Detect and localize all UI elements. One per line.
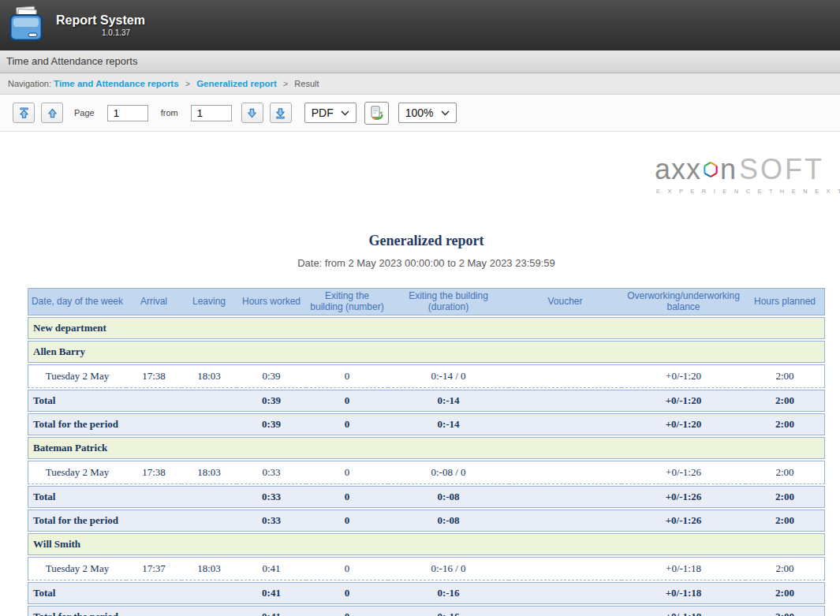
cell-exit-number: 0 [306, 557, 388, 581]
next-page-button[interactable] [241, 103, 263, 123]
period-total-label: Total for the period [28, 413, 237, 435]
department-row: New department [28, 317, 825, 339]
column-header: Date, day of the week [28, 288, 126, 315]
app-version: 1.0.1.37 [102, 28, 145, 37]
breadcrumb-link-generalized-report[interactable]: Generalized report [196, 79, 277, 88]
axxonsoft-tagline: E X P E R I E N C E T H E N E X T ° [655, 188, 824, 195]
arrow-down-to-bar-icon [274, 107, 286, 119]
format-select-value: PDF [312, 106, 334, 119]
column-header: Hours worked [237, 288, 306, 315]
cell-exit-number: 0 [306, 390, 388, 412]
column-header: Exiting the building (duration) [388, 288, 509, 315]
cell-hours-worked: 0:39 [237, 390, 306, 412]
total-row: Total 0:41 0 0:-16 +0/-1:18 2:00 [28, 582, 825, 604]
total-label: Total [28, 390, 237, 412]
axxonsoft-logo-text: n [720, 155, 737, 184]
cell-exit-number: 0 [306, 486, 388, 508]
cell-exit-duration: 0:-08 / 0 [388, 461, 509, 484]
cell-exit-number: 0 [306, 413, 388, 435]
cell-hours-worked: 0:39 [237, 364, 306, 388]
chevron-down-icon [341, 110, 349, 116]
cell-voucher [509, 557, 622, 581]
report-system-logo-icon [6, 5, 47, 46]
cell-exit-number: 0 [306, 364, 388, 388]
cell-hours-planned: 2:00 [745, 413, 825, 435]
cell-hours-worked: 0:33 [237, 461, 306, 484]
period-total-label: Total for the period [28, 510, 237, 532]
cell-hours-worked: 0:39 [237, 413, 306, 435]
cell-voucher [509, 364, 622, 388]
period-total-row: Total for the period 0:39 0 0:-14 +0/-1:… [28, 413, 825, 435]
cell-balance: +0/-1:18 [622, 557, 745, 581]
cell-exit-duration: 0:-16 [388, 582, 509, 604]
cell-voucher [509, 486, 622, 508]
person-row: Bateman Patrick [28, 437, 825, 459]
cell-hours-worked: 0:41 [237, 606, 306, 616]
cell-hours-planned: 2:00 [745, 486, 825, 508]
breadcrumb-label: Navigation: [8, 79, 51, 88]
cell-hours-worked: 0:41 [237, 582, 306, 604]
breadcrumb-current: Result [294, 79, 319, 88]
cell-balance: +0/-1:26 [622, 510, 745, 532]
period-total-label: Total for the period [28, 606, 237, 616]
report-subtitle: Date: from 2 May 2023 00:00:00 to 2 May … [28, 257, 825, 269]
cell-balance: +0/-1:20 [622, 413, 745, 435]
arrow-down-icon [246, 107, 258, 119]
report-title: Generalized report [28, 233, 825, 249]
period-total-row: Total for the period 0:41 0 0:-16 +0/-1:… [28, 606, 825, 616]
breadcrumb: Navigation: Time and Attendance reports … [0, 73, 840, 95]
cell-exit-duration: 0:-14 [388, 413, 509, 435]
cell-leaving: 18:03 [181, 364, 237, 388]
cell-voucher [509, 606, 622, 616]
period-total-row: Total for the period 0:33 0 0:-08 +0/-1:… [28, 510, 825, 532]
cell-hours-planned: 2:00 [745, 461, 825, 484]
last-page-button[interactable] [270, 103, 292, 123]
cell-exit-number: 0 [306, 606, 388, 616]
cell-hours-planned: 2:00 [745, 510, 825, 532]
cell-leaving: 18:03 [181, 461, 237, 484]
cell-balance: +0/-1:18 [622, 606, 745, 616]
page-input[interactable] [107, 105, 148, 121]
zoom-select[interactable]: 100% [398, 103, 457, 123]
breadcrumb-separator: > [279, 79, 292, 88]
chevron-down-icon [441, 110, 450, 116]
cell-hours-worked: 0:33 [237, 486, 306, 508]
axxonsoft-logo-suffix: SOFT [739, 155, 824, 184]
cell-exit-number: 0 [306, 461, 388, 484]
cell-arrival: 17:38 [126, 364, 181, 388]
cell-exit-duration: 0:-08 [388, 486, 509, 508]
cell-exit-duration: 0:-14 [388, 390, 509, 412]
page-label: Page [74, 108, 95, 118]
cell-date: Tuesday 2 May [28, 364, 126, 388]
cell-hours-planned: 2:00 [745, 390, 825, 412]
cell-balance: +0/-1:20 [622, 390, 745, 412]
breadcrumb-link-time-attendance[interactable]: Time and Attendance reports [54, 79, 178, 88]
axxonsoft-logo: axx n SOFT E X P E R I E N C E T H E N E… [655, 155, 824, 195]
page-count-input[interactable] [191, 105, 232, 121]
day-row: Tuesday 2 May 17:38 18:03 0:39 0 0:-14 /… [28, 364, 825, 388]
report-page: axx n SOFT E X P E R I E N C E T H E N E… [0, 132, 840, 616]
app-header: Report System 1.0.1.37 [0, 0, 840, 50]
zoom-select-value: 100% [405, 106, 434, 119]
cell-hours-planned: 2:00 [745, 582, 825, 604]
cell-exit-duration: 0:-16 / 0 [388, 557, 509, 581]
prev-page-button[interactable] [41, 103, 63, 123]
column-header: Hours planned [745, 288, 825, 315]
total-row: Total 0:33 0 0:-08 +0/-1:26 2:00 [28, 486, 825, 508]
section-title-bar: Time and Attendance reports [0, 50, 840, 73]
table-header-row: Date, day of the week Arrival Leaving Ho… [28, 288, 825, 315]
cell-exit-duration: 0:-14 / 0 [388, 364, 509, 388]
department-name: New department [28, 317, 825, 339]
cell-arrival: 17:37 [126, 557, 181, 581]
day-row: Tuesday 2 May 17:37 18:03 0:41 0 0:-16 /… [28, 557, 825, 581]
format-select[interactable]: PDF [304, 103, 357, 123]
cell-hours-planned: 2:00 [745, 557, 825, 581]
first-page-button[interactable] [13, 103, 35, 123]
cell-hours-planned: 2:00 [745, 364, 825, 388]
cell-exit-number: 0 [306, 582, 388, 604]
column-header: Arrival [126, 288, 181, 315]
cell-voucher [509, 461, 622, 484]
export-button[interactable] [364, 102, 389, 125]
person-name: Allen Barry [28, 341, 825, 363]
cell-voucher [509, 390, 622, 412]
